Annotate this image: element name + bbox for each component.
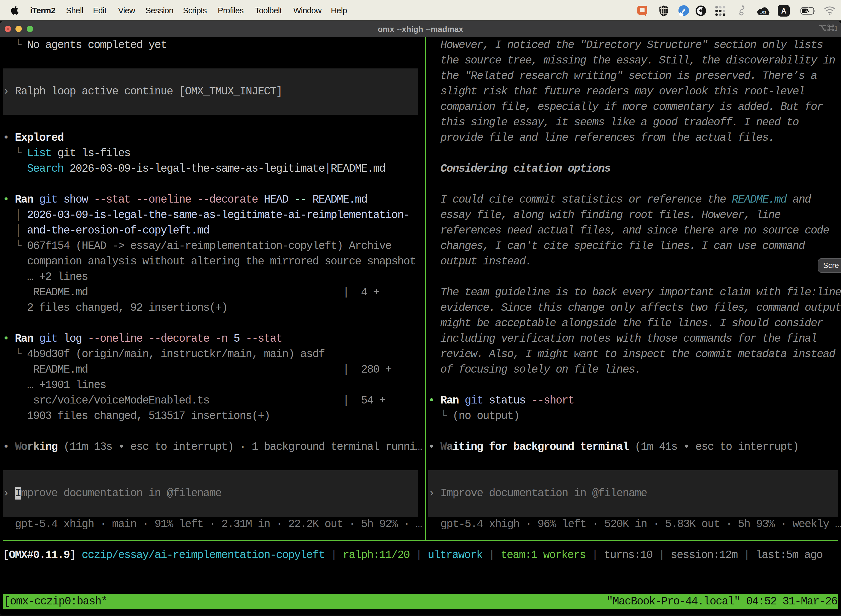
svg-text:..61: ..61 bbox=[760, 10, 766, 14]
svg-text:A: A bbox=[781, 7, 787, 15]
svg-text:1: 1 bbox=[834, 24, 837, 32]
